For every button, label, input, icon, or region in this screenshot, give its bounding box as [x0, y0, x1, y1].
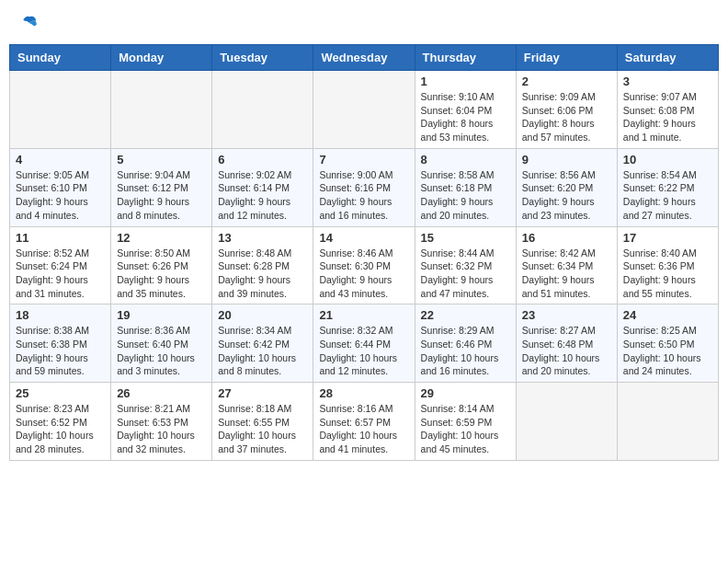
calendar-cell: 26Sunrise: 8:21 AM Sunset: 6:53 PM Dayli… [111, 383, 212, 461]
calendar-cell: 11Sunrise: 8:52 AM Sunset: 6:24 PM Dayli… [10, 226, 111, 304]
day-info: Sunrise: 8:56 AM Sunset: 6:20 PM Dayligh… [522, 168, 611, 223]
logo [18, 14, 39, 32]
calendar-cell: 2Sunrise: 9:09 AM Sunset: 6:06 PM Daylig… [516, 71, 617, 149]
day-header-tuesday: Tuesday [212, 45, 313, 71]
calendar-cell: 16Sunrise: 8:42 AM Sunset: 6:34 PM Dayli… [516, 226, 617, 304]
day-number: 9 [522, 153, 611, 167]
calendar-cell: 17Sunrise: 8:40 AM Sunset: 6:36 PM Dayli… [617, 226, 718, 304]
day-header-wednesday: Wednesday [313, 45, 415, 71]
day-info: Sunrise: 8:21 AM Sunset: 6:53 PM Dayligh… [117, 402, 206, 456]
day-info: Sunrise: 8:38 AM Sunset: 6:38 PM Dayligh… [16, 324, 105, 378]
calendar-cell: 6Sunrise: 9:02 AM Sunset: 6:14 PM Daylig… [212, 148, 313, 226]
calendar-cell: 1Sunrise: 9:10 AM Sunset: 6:04 PM Daylig… [415, 71, 516, 149]
day-number: 19 [117, 308, 206, 322]
day-number: 22 [421, 308, 510, 322]
calendar-cell: 13Sunrise: 8:48 AM Sunset: 6:28 PM Dayli… [212, 226, 313, 304]
day-info: Sunrise: 8:50 AM Sunset: 6:26 PM Dayligh… [117, 247, 206, 301]
day-number: 20 [218, 308, 307, 322]
day-number: 5 [117, 153, 206, 167]
day-number: 3 [623, 75, 712, 88]
calendar-cell [10, 71, 111, 149]
day-info: Sunrise: 8:34 AM Sunset: 6:42 PM Dayligh… [218, 324, 307, 378]
week-row-4: 18Sunrise: 8:38 AM Sunset: 6:38 PM Dayli… [10, 304, 719, 383]
day-info: Sunrise: 8:16 AM Sunset: 6:57 PM Dayligh… [319, 402, 408, 456]
calendar-cell: 24Sunrise: 8:25 AM Sunset: 6:50 PM Dayli… [617, 304, 718, 383]
day-header-friday: Friday [516, 45, 617, 71]
day-number: 14 [319, 231, 408, 245]
day-number: 10 [623, 153, 712, 167]
calendar-cell: 18Sunrise: 8:38 AM Sunset: 6:38 PM Dayli… [10, 304, 111, 383]
day-number: 2 [522, 75, 611, 88]
day-number: 21 [319, 308, 408, 322]
day-info: Sunrise: 8:23 AM Sunset: 6:52 PM Dayligh… [16, 402, 105, 456]
calendar-cell: 8Sunrise: 8:58 AM Sunset: 6:18 PM Daylig… [415, 148, 516, 226]
day-info: Sunrise: 8:40 AM Sunset: 6:36 PM Dayligh… [623, 247, 712, 301]
day-number: 24 [623, 308, 712, 322]
day-number: 28 [319, 386, 408, 400]
calendar-cell: 5Sunrise: 9:04 AM Sunset: 6:12 PM Daylig… [111, 148, 212, 226]
calendar-cell: 9Sunrise: 8:56 AM Sunset: 6:20 PM Daylig… [516, 148, 617, 226]
day-info: Sunrise: 9:02 AM Sunset: 6:14 PM Dayligh… [218, 168, 307, 223]
day-number: 12 [117, 231, 206, 245]
day-number: 23 [522, 308, 611, 322]
day-number: 1 [421, 75, 510, 88]
day-number: 27 [218, 386, 307, 400]
day-number: 17 [623, 231, 712, 245]
calendar-cell [313, 71, 415, 149]
page-header [9, 9, 719, 37]
calendar-cell: 25Sunrise: 8:23 AM Sunset: 6:52 PM Dayli… [10, 383, 111, 461]
calendar-cell: 29Sunrise: 8:14 AM Sunset: 6:59 PM Dayli… [415, 383, 516, 461]
calendar-cell: 23Sunrise: 8:27 AM Sunset: 6:48 PM Dayli… [516, 304, 617, 383]
day-info: Sunrise: 8:25 AM Sunset: 6:50 PM Dayligh… [623, 324, 712, 378]
day-number: 29 [421, 386, 510, 400]
calendar-cell [617, 383, 718, 461]
calendar-cell: 28Sunrise: 8:16 AM Sunset: 6:57 PM Dayli… [313, 383, 415, 461]
calendar-cell [212, 71, 313, 149]
day-info: Sunrise: 9:00 AM Sunset: 6:16 PM Dayligh… [319, 168, 408, 223]
day-info: Sunrise: 8:48 AM Sunset: 6:28 PM Dayligh… [218, 247, 307, 301]
calendar-cell: 22Sunrise: 8:29 AM Sunset: 6:46 PM Dayli… [415, 304, 516, 383]
day-info: Sunrise: 8:36 AM Sunset: 6:40 PM Dayligh… [117, 324, 206, 378]
week-row-3: 11Sunrise: 8:52 AM Sunset: 6:24 PM Dayli… [10, 226, 719, 304]
day-info: Sunrise: 9:07 AM Sunset: 6:08 PM Dayligh… [623, 90, 712, 144]
logo-bird-icon [20, 14, 39, 32]
calendar-cell: 4Sunrise: 9:05 AM Sunset: 6:10 PM Daylig… [10, 148, 111, 226]
day-info: Sunrise: 8:44 AM Sunset: 6:32 PM Dayligh… [421, 247, 510, 301]
day-info: Sunrise: 9:09 AM Sunset: 6:06 PM Dayligh… [522, 90, 611, 144]
day-number: 6 [218, 153, 307, 167]
calendar-cell: 14Sunrise: 8:46 AM Sunset: 6:30 PM Dayli… [313, 226, 415, 304]
day-info: Sunrise: 9:10 AM Sunset: 6:04 PM Dayligh… [421, 90, 510, 144]
week-row-1: 1Sunrise: 9:10 AM Sunset: 6:04 PM Daylig… [10, 71, 719, 149]
day-number: 25 [16, 386, 105, 400]
day-info: Sunrise: 8:42 AM Sunset: 6:34 PM Dayligh… [522, 247, 611, 301]
calendar-cell: 19Sunrise: 8:36 AM Sunset: 6:40 PM Dayli… [111, 304, 212, 383]
day-info: Sunrise: 8:32 AM Sunset: 6:44 PM Dayligh… [319, 324, 408, 378]
calendar-cell: 10Sunrise: 8:54 AM Sunset: 6:22 PM Dayli… [617, 148, 718, 226]
day-info: Sunrise: 9:04 AM Sunset: 6:12 PM Dayligh… [117, 168, 206, 223]
day-number: 7 [319, 153, 408, 167]
day-number: 15 [421, 231, 510, 245]
calendar-cell: 21Sunrise: 8:32 AM Sunset: 6:44 PM Dayli… [313, 304, 415, 383]
week-row-5: 25Sunrise: 8:23 AM Sunset: 6:52 PM Dayli… [10, 383, 719, 461]
calendar-cell: 3Sunrise: 9:07 AM Sunset: 6:08 PM Daylig… [617, 71, 718, 149]
calendar-cell: 12Sunrise: 8:50 AM Sunset: 6:26 PM Dayli… [111, 226, 212, 304]
days-of-week-row: SundayMondayTuesdayWednesdayThursdayFrid… [10, 45, 719, 71]
day-info: Sunrise: 8:46 AM Sunset: 6:30 PM Dayligh… [319, 247, 408, 301]
day-header-sunday: Sunday [10, 45, 111, 71]
calendar-cell [516, 383, 617, 461]
day-header-thursday: Thursday [415, 45, 516, 71]
week-row-2: 4Sunrise: 9:05 AM Sunset: 6:10 PM Daylig… [10, 148, 719, 226]
day-number: 13 [218, 231, 307, 245]
calendar-cell: 7Sunrise: 9:00 AM Sunset: 6:16 PM Daylig… [313, 148, 415, 226]
day-number: 18 [16, 308, 105, 322]
day-info: Sunrise: 8:52 AM Sunset: 6:24 PM Dayligh… [16, 247, 105, 301]
day-info: Sunrise: 8:27 AM Sunset: 6:48 PM Dayligh… [522, 324, 611, 378]
day-info: Sunrise: 8:29 AM Sunset: 6:46 PM Dayligh… [421, 324, 510, 378]
day-header-saturday: Saturday [617, 45, 718, 71]
day-info: Sunrise: 8:18 AM Sunset: 6:55 PM Dayligh… [218, 402, 307, 456]
day-info: Sunrise: 8:14 AM Sunset: 6:59 PM Dayligh… [421, 402, 510, 456]
day-number: 26 [117, 386, 206, 400]
calendar-table: SundayMondayTuesdayWednesdayThursdayFrid… [9, 44, 719, 461]
day-number: 16 [522, 231, 611, 245]
day-header-monday: Monday [111, 45, 212, 71]
